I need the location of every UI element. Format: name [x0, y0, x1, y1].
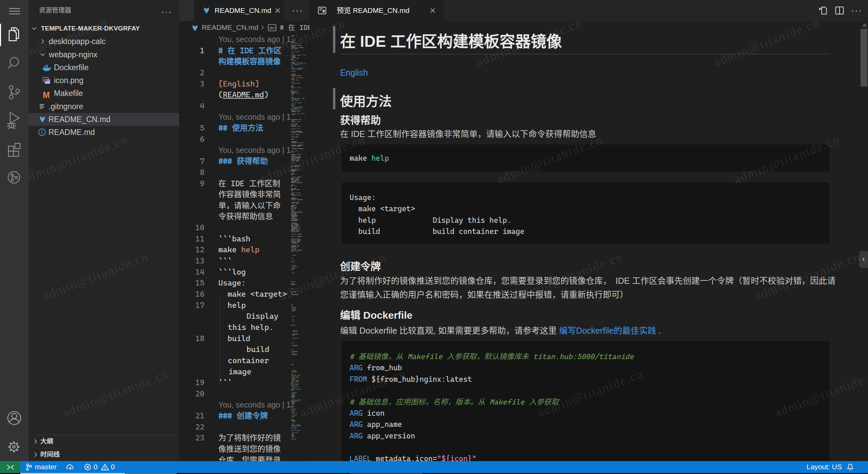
svg-text:abc: abc [269, 26, 275, 30]
